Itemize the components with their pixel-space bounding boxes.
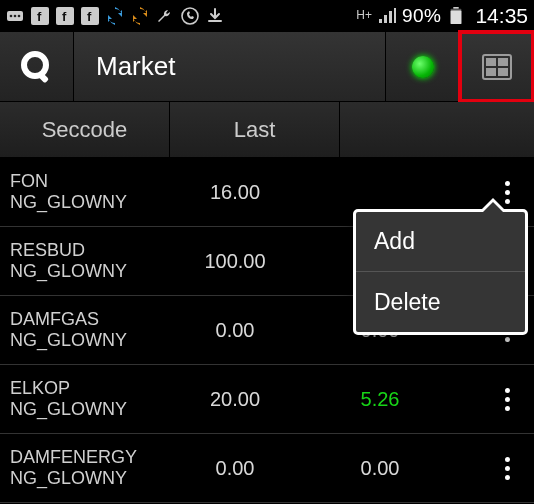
network-type: H+ (356, 11, 372, 21)
svg-rect-11 (454, 7, 459, 9)
last-cell: 16.00 (160, 181, 310, 204)
online-status-dot-icon (412, 56, 434, 78)
android-status-bar: f f f H+ 90% 14:35 (0, 0, 534, 32)
notification-icon (6, 7, 24, 25)
facebook-icon: f (31, 7, 49, 25)
screen-title: Market (74, 32, 386, 101)
content-area: Seccode Last FON NG_GLOWNY 16.00 RESBUD … (0, 102, 534, 503)
seccode-line2: NG_GLOWNY (10, 330, 160, 351)
last-cell: 20.00 (160, 388, 310, 411)
seccode-cell: DAMFGAS NG_GLOWNY (10, 310, 160, 350)
status-right: H+ 90% 14:35 (356, 4, 528, 28)
seccode-cell: RESBUD NG_GLOWNY (10, 241, 160, 281)
status-indicator-button[interactable] (386, 32, 460, 101)
battery-icon (447, 7, 465, 25)
seccode-cell: FON NG_GLOWNY (10, 172, 160, 212)
battery-percent: 90% (402, 5, 442, 27)
menu-item-add[interactable]: Add (356, 212, 525, 272)
seccode-line1: RESBUD (10, 241, 160, 261)
svg-point-3 (18, 15, 21, 18)
facebook-icon: f (56, 7, 74, 25)
svg-rect-13 (451, 11, 462, 25)
magnifier-q-icon (20, 50, 54, 84)
view-dropdown-menu: Add Delete (353, 209, 528, 335)
wrench-icon (156, 7, 174, 25)
menu-item-delete[interactable]: Delete (356, 272, 525, 332)
whatsapp-icon (181, 7, 199, 25)
app-title-bar: Market (0, 32, 534, 102)
row-overflow-button[interactable] (490, 453, 524, 483)
svg-text:f: f (37, 9, 42, 24)
change-cell: 0.00 (310, 457, 450, 480)
svg-point-14 (24, 54, 46, 76)
app-logo-button[interactable] (0, 32, 74, 101)
sync-icon (106, 7, 124, 25)
grid-layout-icon (482, 54, 512, 80)
svg-rect-19 (486, 68, 496, 76)
seccode-line1: DAMFGAS (10, 310, 160, 330)
last-cell: 100.00 (160, 250, 310, 273)
row-overflow-button[interactable] (490, 384, 524, 414)
svg-rect-20 (498, 68, 508, 76)
column-header-last[interactable]: Last (170, 102, 340, 157)
svg-rect-17 (486, 58, 496, 66)
sync-icon (131, 7, 149, 25)
column-header-seccode[interactable]: Seccode (0, 102, 170, 157)
last-cell: 0.00 (160, 319, 310, 342)
svg-text:f: f (62, 9, 67, 24)
seccode-line2: NG_GLOWNY (10, 468, 160, 489)
table-row[interactable]: DAMFENERGY NG_GLOWNY 0.00 0.00 (0, 434, 534, 503)
seccode-line1: ELKOP (10, 379, 160, 399)
seccode-cell: ELKOP NG_GLOWNY (10, 379, 160, 419)
last-cell: 0.00 (160, 457, 310, 480)
seccode-line1: DAMFENERGY (10, 448, 160, 468)
view-menu-button[interactable] (460, 32, 534, 101)
signal-icon (378, 7, 396, 25)
svg-point-1 (10, 15, 13, 18)
svg-text:f: f (87, 9, 92, 24)
seccode-line2: NG_GLOWNY (10, 192, 160, 213)
seccode-line2: NG_GLOWNY (10, 261, 160, 282)
facebook-icon: f (81, 7, 99, 25)
svg-rect-18 (498, 58, 508, 66)
download-icon (206, 7, 224, 25)
clock: 14:35 (475, 4, 528, 28)
seccode-line1: FON (10, 172, 160, 192)
change-cell: 5.26 (310, 388, 450, 411)
table-row[interactable]: ELKOP NG_GLOWNY 20.00 5.26 (0, 365, 534, 434)
column-header-change[interactable] (340, 102, 534, 157)
seccode-line2: NG_GLOWNY (10, 399, 160, 420)
column-header-row: Seccode Last (0, 102, 534, 158)
seccode-cell: DAMFENERGY NG_GLOWNY (10, 448, 160, 488)
status-left: f f f (6, 7, 224, 25)
svg-point-2 (14, 15, 17, 18)
